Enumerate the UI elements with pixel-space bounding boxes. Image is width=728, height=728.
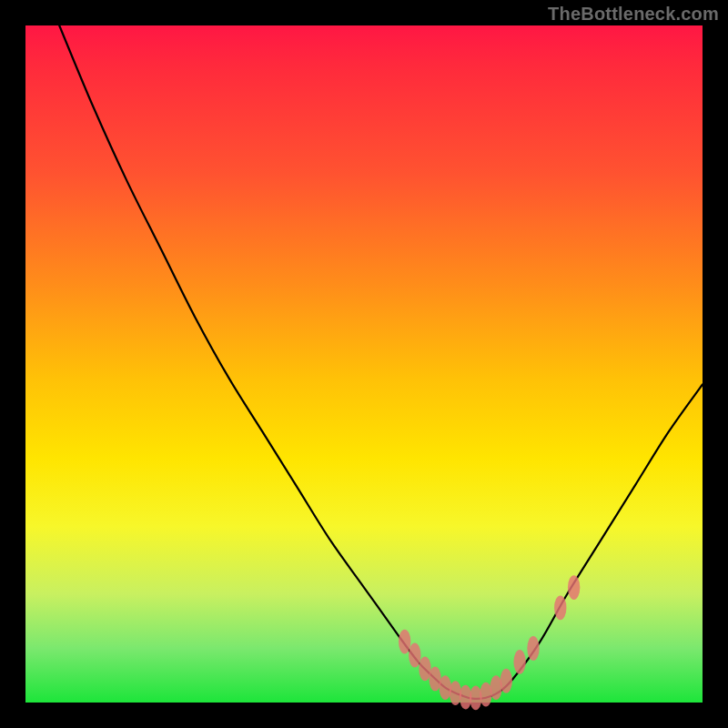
marker-dot	[450, 681, 461, 705]
marker-dot	[409, 643, 420, 668]
chart-frame: TheBottleneck.com	[0, 0, 728, 728]
near-trough-markers	[399, 575, 580, 710]
chart-svg	[25, 25, 703, 703]
marker-dot	[470, 685, 481, 710]
marker-dot	[568, 575, 580, 600]
marker-dot	[399, 630, 410, 654]
marker-dot	[554, 595, 566, 620]
watermark-text: TheBottleneck.com	[548, 4, 719, 25]
bottleneck-curve	[59, 25, 703, 699]
plot-area	[25, 25, 703, 703]
marker-dot	[527, 636, 539, 661]
marker-dot	[513, 650, 525, 674]
marker-dot	[500, 669, 512, 693]
